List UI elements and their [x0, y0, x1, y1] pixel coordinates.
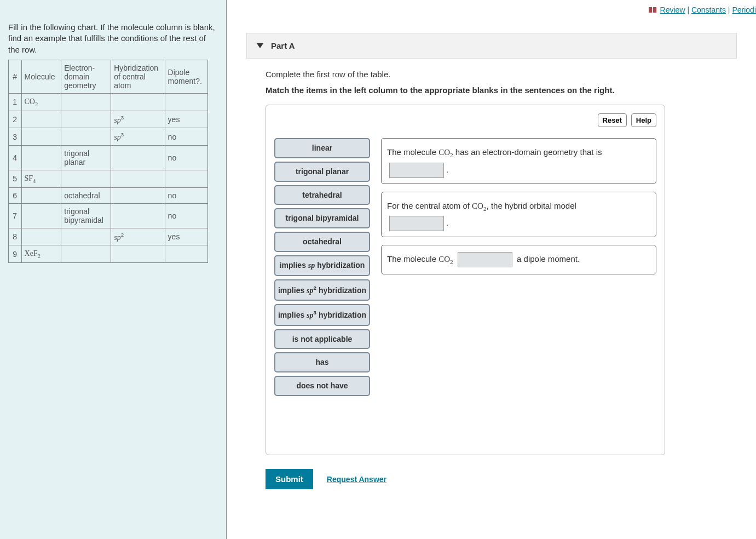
table-row: 8sp2yes — [9, 228, 208, 245]
review-link[interactable]: Review — [660, 5, 685, 14]
header-hyb: Hybridization of central atom — [111, 60, 165, 93]
header-dipole: Dipole moment?. — [165, 60, 207, 93]
chip-sp2[interactable]: implies sp2 hybridization — [274, 279, 370, 301]
table-row: 2sp3yes — [9, 111, 208, 128]
table-row: 9XeF2 — [9, 245, 208, 263]
chart-table: # Molecule Electron-domain geometry Hybr… — [8, 60, 208, 263]
chip-sp3[interactable]: implies sp3 hybridization — [274, 304, 370, 325]
table-row: 7trigonal bipyramidalno — [9, 203, 208, 228]
table-row: 5SF4 — [9, 170, 208, 187]
drop-slot-2[interactable] — [389, 216, 444, 231]
chips-column: linear trigonal planar tetrahedral trigo… — [274, 138, 370, 396]
table-row: 4trigonal planarno — [9, 145, 208, 170]
periodic-link[interactable]: Periodi — [732, 5, 756, 14]
chip-tetrahedral[interactable]: tetrahedral — [274, 185, 370, 205]
drop-slot-3[interactable] — [458, 252, 512, 267]
chip-sp[interactable]: implies sp hybridization — [274, 255, 370, 276]
part-title: Part A — [271, 41, 295, 50]
header-molecule: Molecule — [21, 60, 61, 93]
chip-has[interactable]: has — [274, 352, 370, 372]
chip-trigonal-bipyramidal[interactable]: trigonal bipyramidal — [274, 208, 370, 228]
left-panel: Fill in the following chart. If the mole… — [0, 0, 227, 539]
submit-button[interactable]: Submit — [266, 469, 313, 489]
book-icon — [648, 6, 657, 15]
chip-not-applicable[interactable]: is not applicable — [274, 329, 370, 349]
chip-does-not-have[interactable]: does not have — [274, 376, 370, 396]
instruction-2: Match the items in the left column to th… — [266, 85, 737, 95]
header-edg: Electron-domain geometry — [61, 60, 111, 93]
sentence-3: The molecule CO2 a dipole moment. — [381, 245, 656, 274]
sentence-2: For the central atom of CO2, the hybrid … — [381, 192, 656, 238]
instruction-1: Complete the first row of the table. — [266, 70, 737, 79]
instructions-text: Fill in the following chart. If the mole… — [8, 22, 218, 55]
collapse-icon — [257, 43, 263, 48]
header-num: # — [9, 60, 22, 93]
constants-link[interactable]: Constants — [691, 5, 726, 14]
matching-box: Reset Help linear trigonal planar tetrah… — [266, 105, 665, 455]
chip-octahedral[interactable]: octahedral — [274, 232, 370, 252]
chip-trigonal-planar[interactable]: trigonal planar — [274, 162, 370, 182]
part-body: Complete the first row of the table. Mat… — [227, 59, 756, 500]
top-links: Review | Constants | Periodi — [648, 5, 756, 15]
sentence-1: The molecule CO2 has an electron-domain … — [381, 138, 656, 184]
submit-bar: Submit Request Answer — [266, 469, 737, 489]
reset-button[interactable]: Reset — [598, 113, 627, 127]
help-button[interactable]: Help — [631, 113, 656, 127]
table-row: 3sp3no — [9, 128, 208, 146]
chip-linear[interactable]: linear — [274, 138, 370, 158]
request-answer-link[interactable]: Request Answer — [327, 475, 386, 484]
table-row: 6octahedralno — [9, 187, 208, 203]
drop-slot-1[interactable] — [389, 163, 444, 178]
table-row: 1CO2 — [9, 93, 208, 111]
right-panel: Review | Constants | Periodi Part A Comp… — [227, 0, 756, 539]
part-header[interactable]: Part A — [246, 33, 737, 59]
sentences-column: The molecule CO2 has an electron-domain … — [381, 138, 656, 396]
